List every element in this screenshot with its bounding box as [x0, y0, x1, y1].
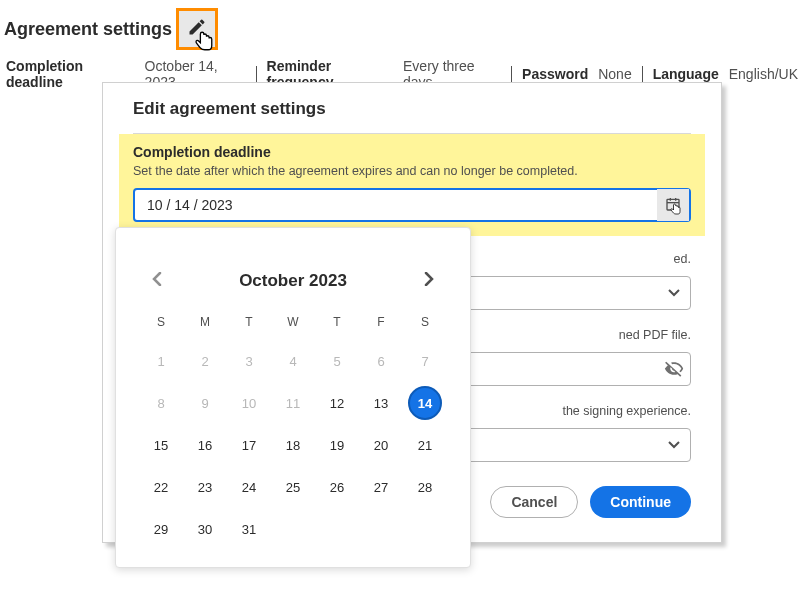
language-summary-value: English/UK [729, 66, 798, 82]
deadline-date-input[interactable] [135, 191, 657, 219]
password-summary-label: Password [522, 66, 588, 82]
datepicker-day[interactable]: 26 [316, 477, 358, 497]
datepicker-day[interactable]: 14 [404, 393, 446, 413]
datepicker-dow: F [360, 315, 402, 329]
datepicker-day: 8 [140, 393, 182, 413]
datepicker-day: 2 [184, 351, 226, 371]
datepicker-dow: M [184, 315, 226, 329]
datepicker-day[interactable]: 30 [184, 519, 226, 539]
visibility-off-icon[interactable] [658, 359, 690, 379]
datepicker-dow: S [140, 315, 182, 329]
datepicker-day[interactable]: 31 [228, 519, 270, 539]
datepicker-day[interactable]: 27 [360, 477, 402, 497]
datepicker-dow: W [272, 315, 314, 329]
datepicker-day[interactable]: 29 [140, 519, 182, 539]
datepicker-day[interactable]: 15 [140, 435, 182, 455]
datepicker-day[interactable]: 18 [272, 435, 314, 455]
calendar-picker-button[interactable] [657, 189, 689, 221]
datepicker-day: 5 [316, 351, 358, 371]
datepicker-day[interactable]: 28 [404, 477, 446, 497]
edit-settings-button[interactable] [176, 8, 218, 50]
continue-button[interactable]: Continue [590, 486, 691, 518]
language-summary-label: Language [653, 66, 719, 82]
divider [642, 66, 643, 82]
datepicker-day: 4 [272, 351, 314, 371]
datepicker-month-label: October 2023 [239, 271, 347, 291]
datepicker-day[interactable]: 17 [228, 435, 270, 455]
cancel-button[interactable]: Cancel [490, 486, 578, 518]
completion-deadline-section: Completion deadline Set the date after w… [119, 134, 705, 236]
cursor-hand-icon [661, 201, 689, 229]
datepicker-day: 3 [228, 351, 270, 371]
datepicker-day[interactable]: 22 [140, 477, 182, 497]
chevron-down-icon [658, 441, 690, 449]
datepicker-day: 6 [360, 351, 402, 371]
date-picker-popup: October 2023 SMTWTFS12345678910111213141… [115, 227, 471, 568]
datepicker-day[interactable]: 23 [184, 477, 226, 497]
divider [256, 66, 257, 82]
datepicker-day: 1 [140, 351, 182, 371]
datepicker-dow: T [228, 315, 270, 329]
datepicker-day[interactable]: 16 [184, 435, 226, 455]
datepicker-day: 7 [404, 351, 446, 371]
datepicker-dow: T [316, 315, 358, 329]
deadline-desc: Set the date after which the agreement e… [133, 164, 691, 178]
datepicker-day[interactable]: 12 [316, 393, 358, 413]
next-month-button[interactable] [420, 268, 438, 293]
deadline-date-field[interactable] [133, 188, 691, 222]
datepicker-day: 10 [228, 393, 270, 413]
password-summary-value: None [598, 66, 631, 82]
edit-settings-modal: Edit agreement settings Completion deadl… [102, 82, 722, 543]
datepicker-day[interactable]: 19 [316, 435, 358, 455]
divider [511, 66, 512, 82]
cursor-hand-icon [189, 27, 217, 55]
prev-month-button[interactable] [148, 268, 166, 293]
datepicker-day: 9 [184, 393, 226, 413]
page-title: Agreement settings [4, 19, 172, 40]
datepicker-day[interactable]: 24 [228, 477, 270, 497]
chevron-down-icon [658, 289, 690, 297]
datepicker-day: 11 [272, 393, 314, 413]
deadline-title: Completion deadline [133, 144, 691, 160]
modal-title: Edit agreement settings [133, 99, 691, 119]
datepicker-day[interactable]: 25 [272, 477, 314, 497]
datepicker-dow: S [404, 315, 446, 329]
datepicker-day[interactable]: 13 [360, 393, 402, 413]
datepicker-day[interactable]: 20 [360, 435, 402, 455]
datepicker-day[interactable]: 21 [404, 435, 446, 455]
